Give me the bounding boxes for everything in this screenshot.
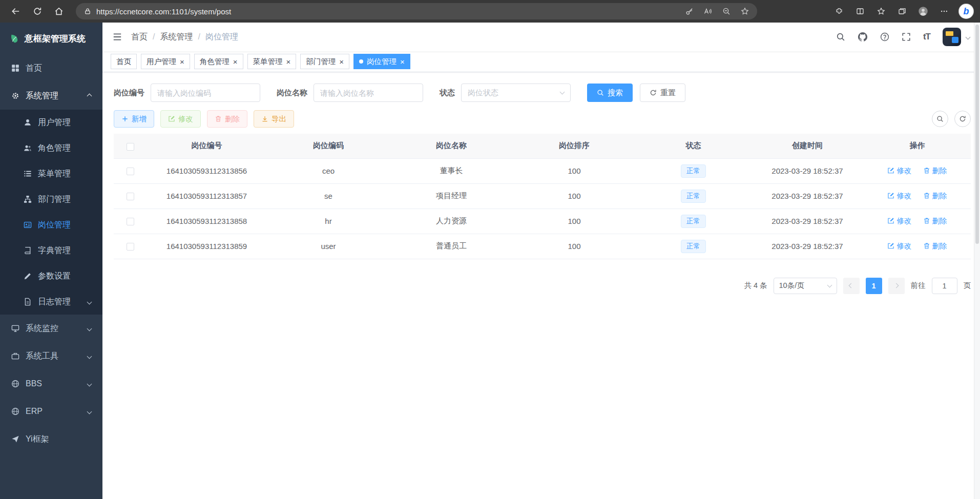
tab-user-management[interactable]: 用户管理 ×: [141, 54, 190, 69]
cell-post-sort: 100: [513, 158, 636, 183]
tab-close-icon[interactable]: ×: [180, 58, 184, 66]
row-delete-button[interactable]: 删除: [923, 191, 947, 201]
status-select[interactable]: 岗位状态: [461, 84, 571, 102]
row-delete-button[interactable]: 删除: [923, 241, 947, 251]
sidebar-toggle-button[interactable]: [113, 32, 122, 41]
header-search-button[interactable]: [836, 32, 845, 41]
header-created: 创建时间: [751, 134, 864, 158]
sidebar-item-dept-management[interactable]: 部门管理: [0, 186, 102, 212]
refresh-table-button[interactable]: [954, 111, 971, 127]
cell-post-id: 1641030593112313858: [147, 209, 267, 234]
pagination-total: 共 4 条: [744, 281, 767, 290]
prev-page-button[interactable]: [843, 278, 860, 294]
browser-back-button[interactable]: [6, 3, 26, 20]
scrollbar-thumb[interactable]: [975, 25, 979, 244]
user-avatar[interactable]: [943, 28, 961, 46]
sidebar-item-dict-management[interactable]: 字典管理: [0, 238, 102, 263]
sidebar-item-system-monitor[interactable]: 系统监控: [0, 315, 102, 342]
github-button[interactable]: [858, 32, 868, 42]
trash-icon: [923, 192, 930, 199]
reset-button[interactable]: 重置: [640, 84, 685, 102]
avatar-dropdown-caret-icon[interactable]: [966, 34, 971, 39]
page-number-button[interactable]: 1: [866, 278, 882, 294]
search-button[interactable]: 搜索: [587, 84, 633, 102]
row-checkbox[interactable]: [127, 243, 134, 251]
breadcrumb-home[interactable]: 首页: [131, 32, 148, 43]
avatar-shape: [946, 31, 953, 36]
split-screen-button[interactable]: [850, 3, 870, 20]
next-page-button[interactable]: [888, 278, 905, 294]
vertical-scrollbar[interactable]: [974, 23, 980, 499]
row-delete-button[interactable]: 删除: [923, 216, 947, 226]
password-key-icon[interactable]: [685, 7, 694, 15]
tab-post-management[interactable]: 岗位管理 ×: [353, 54, 410, 69]
tab-menu-management[interactable]: 菜单管理 ×: [247, 54, 297, 69]
sidebar-item-erp[interactable]: ERP: [0, 398, 102, 425]
sidebar-item-user-management[interactable]: 用户管理: [0, 110, 102, 135]
sidebar-item-menu-management[interactable]: 菜单管理: [0, 161, 102, 186]
row-checkbox[interactable]: [127, 168, 134, 175]
sidebar-item-post-management[interactable]: 岗位管理: [0, 212, 102, 238]
row-edit-button[interactable]: 修改: [887, 241, 911, 251]
breadcrumb-post-management: 岗位管理: [205, 32, 238, 43]
post-name-input[interactable]: [314, 84, 423, 102]
fullscreen-button[interactable]: [902, 32, 911, 41]
goto-suffix: 页: [964, 281, 971, 290]
breadcrumb-system-management[interactable]: 系统管理: [160, 32, 193, 43]
delete-button[interactable]: 删除: [207, 110, 247, 128]
page-size-select[interactable]: 10条/页: [774, 278, 837, 294]
plus-icon: [121, 115, 129, 122]
row-edit-button[interactable]: 修改: [887, 191, 911, 201]
sidebar-item-param-settings[interactable]: 参数设置: [0, 263, 102, 289]
browser-refresh-button[interactable]: [28, 3, 47, 20]
select-all-checkbox[interactable]: [127, 143, 134, 151]
tab-home[interactable]: 首页: [111, 54, 137, 69]
bing-copilot-button[interactable]: b: [958, 4, 974, 19]
export-button[interactable]: 导出: [254, 110, 294, 128]
tab-dept-management[interactable]: 部门管理 ×: [300, 54, 349, 69]
favorites-button[interactable]: [871, 3, 891, 20]
add-favorite-icon[interactable]: [741, 7, 749, 15]
sidebar-item-log-management[interactable]: 日志管理: [0, 289, 102, 315]
show-search-toggle-button[interactable]: [932, 111, 948, 127]
system-management-submenu: 用户管理 角色管理 菜单管理 部门管理 岗位管理: [0, 110, 102, 315]
sidebar-item-role-management[interactable]: 角色管理: [0, 135, 102, 161]
cell-actions: 修改 删除: [864, 234, 971, 259]
sidebar-item-yi-framework[interactable]: Yi框架: [0, 425, 102, 453]
sidebar-item-system-management[interactable]: 系统管理: [0, 82, 102, 110]
sidebar-item-home[interactable]: 首页: [0, 54, 102, 82]
sidebar-item-bbs[interactable]: BBS: [0, 370, 102, 398]
browser-home-button[interactable]: [49, 3, 69, 20]
post-id-input[interactable]: [151, 84, 260, 102]
tab-close-icon[interactable]: ×: [400, 58, 405, 66]
sidebar-item-system-tools[interactable]: 系统工具: [0, 342, 102, 370]
table-header-row: 岗位编号 岗位编码 岗位名称 岗位排序 状态 创建时间 操作: [114, 134, 971, 158]
tab-label: 首页: [116, 57, 131, 67]
zoom-icon[interactable]: [722, 7, 731, 15]
status-select-placeholder: 岗位状态: [468, 88, 498, 98]
header-select: [114, 134, 147, 158]
edit-button[interactable]: 修改: [160, 110, 201, 128]
collections-button[interactable]: [892, 3, 912, 20]
extensions-button[interactable]: [829, 3, 849, 20]
browser-menu-button[interactable]: [934, 3, 954, 20]
tab-close-icon[interactable]: ×: [286, 58, 291, 66]
help-button[interactable]: [880, 32, 889, 41]
row-checkbox[interactable]: [127, 218, 134, 225]
add-button[interactable]: 新增: [114, 110, 154, 128]
add-button-label: 新增: [132, 114, 147, 124]
address-bar[interactable]: https://ccnetcore.com:1101/system/post: [76, 3, 757, 19]
tab-close-icon[interactable]: ×: [233, 58, 238, 66]
url-text[interactable]: https://ccnetcore.com:1101/system/post: [96, 7, 680, 16]
font-size-button[interactable]: tT: [923, 32, 930, 42]
tab-role-management[interactable]: 角色管理 ×: [194, 54, 243, 69]
read-aloud-icon[interactable]: [704, 7, 712, 15]
row-checkbox[interactable]: [127, 193, 134, 200]
tab-close-icon[interactable]: ×: [339, 58, 344, 66]
row-delete-button[interactable]: 删除: [923, 166, 947, 176]
browser-profile-button[interactable]: [913, 3, 933, 20]
row-edit-button[interactable]: 修改: [887, 166, 911, 176]
goto-page-input[interactable]: [932, 278, 957, 294]
row-edit-button[interactable]: 修改: [887, 216, 911, 226]
app-logo[interactable]: 意框架管理系统: [0, 23, 102, 54]
